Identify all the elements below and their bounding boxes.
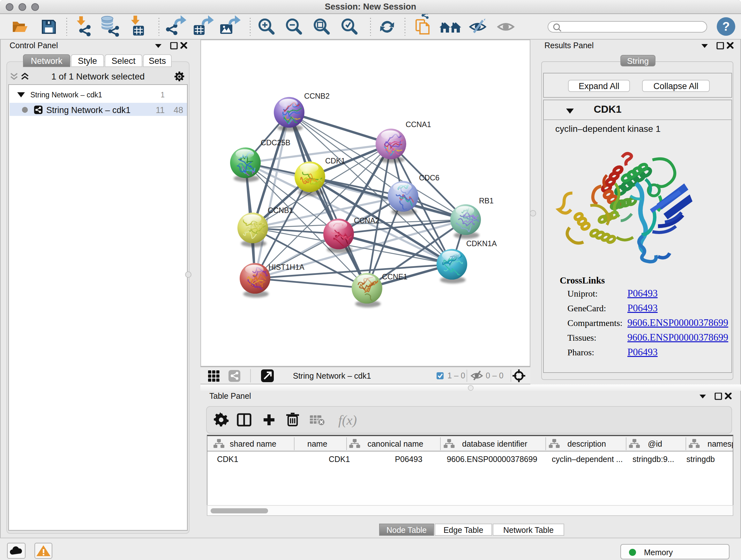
svg-text:cyclin–dependent ...: cyclin–dependent ... bbox=[552, 455, 623, 463]
svg-text:String Network – cdk1: String Network – cdk1 bbox=[293, 371, 371, 380]
svg-text:CDK1: CDK1 bbox=[217, 455, 239, 463]
svg-text:CDC6: CDC6 bbox=[419, 174, 440, 182]
svg-text:CDK1: CDK1 bbox=[329, 455, 350, 463]
svg-text:shared name: shared name bbox=[230, 439, 276, 448]
svg-text:CCNB2: CCNB2 bbox=[304, 92, 330, 100]
svg-text:f(x): f(x) bbox=[338, 413, 357, 428]
svg-text:1 – 0: 1 – 0 bbox=[448, 371, 465, 380]
svg-text:database identifier: database identifier bbox=[462, 439, 527, 448]
svg-text:name: name bbox=[307, 439, 327, 448]
svg-text:CDK1: CDK1 bbox=[325, 157, 345, 165]
svg-text:RB1: RB1 bbox=[479, 197, 494, 205]
svg-text:P06493: P06493 bbox=[395, 455, 422, 463]
svg-text:@id: @id bbox=[648, 439, 662, 448]
svg-text:CCNB1: CCNB1 bbox=[268, 206, 293, 214]
svg-text:namespace: namespace bbox=[708, 439, 733, 448]
svg-text:CDKN1A: CDKN1A bbox=[466, 240, 497, 248]
svg-text:stringdb:9...: stringdb:9... bbox=[632, 455, 674, 463]
svg-text:CCNA2: CCNA2 bbox=[354, 216, 380, 225]
svg-text:0 – 0: 0 – 0 bbox=[486, 371, 503, 380]
svg-text:description: description bbox=[567, 439, 606, 448]
svg-text:CCNA1: CCNA1 bbox=[406, 120, 431, 129]
svg-text:9606.ENSP00000378699: 9606.ENSP00000378699 bbox=[447, 455, 537, 463]
svg-text:stringdb: stringdb bbox=[686, 455, 715, 463]
svg-text:HIST1H1A: HIST1H1A bbox=[268, 263, 305, 271]
svg-text:CDC25B: CDC25B bbox=[261, 138, 290, 147]
svg-text:canonical name: canonical name bbox=[367, 439, 423, 448]
svg-text:CCNE1: CCNE1 bbox=[382, 273, 408, 281]
